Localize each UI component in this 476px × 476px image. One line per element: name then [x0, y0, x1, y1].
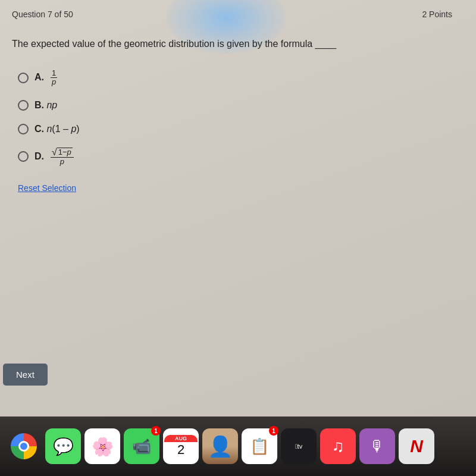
- next-button[interactable]: Next: [3, 364, 48, 386]
- dock-music[interactable]: ♫: [320, 428, 356, 464]
- reset-selection-link[interactable]: Reset Selection: [18, 183, 76, 193]
- screen: Question 7 of 50 2 Points The expected v…: [0, 0, 476, 476]
- option-d-label: D. √1−p p: [35, 148, 75, 166]
- dock-photos[interactable]: 🌸: [84, 428, 120, 464]
- dock-podcasts[interactable]: 🎙: [359, 428, 395, 464]
- reminders-icon: 📋: [250, 437, 269, 456]
- fraction-a: 1 p: [51, 69, 57, 87]
- dock-chrome[interactable]: [6, 428, 42, 464]
- options-list: A. 1 p B. np C. n(1 – p): [18, 69, 464, 166]
- dock-calendar[interactable]: AUG 2: [163, 428, 199, 464]
- dock-facetime[interactable]: 📹 1: [124, 428, 159, 464]
- dock-reminders[interactable]: 📋 1: [242, 428, 277, 464]
- appletv-label: tv: [295, 443, 302, 450]
- dock-appletv[interactable]: tv: [281, 428, 317, 464]
- dock-news[interactable]: N: [399, 428, 434, 464]
- chrome-icon: [11, 433, 37, 459]
- music-icon: ♫: [332, 437, 345, 456]
- calendar-day: 2: [177, 442, 184, 458]
- dock-messages[interactable]: 💬: [45, 428, 81, 464]
- news-icon: N: [410, 436, 423, 456]
- radio-c[interactable]: [18, 124, 29, 134]
- option-a-label: A. 1 p: [35, 69, 58, 87]
- dock-contacts[interactable]: 👤: [202, 428, 238, 464]
- content-area: Question 7 of 50 2 Points The expected v…: [0, 0, 476, 381]
- dock: 💬 🌸 📹 1 AUG 2 👤 📋 1 tv: [0, 416, 476, 476]
- option-c[interactable]: C. n(1 – p): [18, 124, 464, 134]
- points-label: 2 Points: [422, 10, 452, 19]
- radio-d[interactable]: [18, 151, 29, 162]
- reset-selection-container: Reset Selection: [18, 183, 464, 193]
- option-b[interactable]: B. np: [18, 100, 464, 111]
- radio-b[interactable]: [18, 100, 29, 111]
- contacts-icon: 👤: [208, 434, 233, 458]
- next-button-container: Next: [3, 364, 48, 386]
- option-a[interactable]: A. 1 p: [18, 69, 464, 87]
- question-number: Question 7 of 50: [12, 10, 73, 19]
- podcasts-icon: 🎙: [369, 437, 385, 456]
- calendar-month: AUG: [164, 435, 198, 442]
- facetime-icon: 📹: [132, 437, 151, 456]
- option-c-label: C. n(1 – p): [35, 124, 80, 134]
- option-b-label: B. np: [35, 100, 57, 111]
- photos-icon: 🌸: [92, 436, 114, 457]
- option-d[interactable]: D. √1−p p: [18, 148, 464, 166]
- facetime-badge: 1: [151, 426, 161, 436]
- messages-icon: 💬: [53, 437, 74, 456]
- fraction-d: √1−p p: [51, 148, 74, 166]
- radio-a[interactable]: [18, 73, 29, 83]
- reminders-badge: 1: [269, 426, 278, 436]
- header: Question 7 of 50 2 Points: [12, 10, 464, 19]
- question-text: The expected value of the geometric dist…: [12, 37, 464, 51]
- sqrt-wrapper: √1−p: [52, 148, 73, 157]
